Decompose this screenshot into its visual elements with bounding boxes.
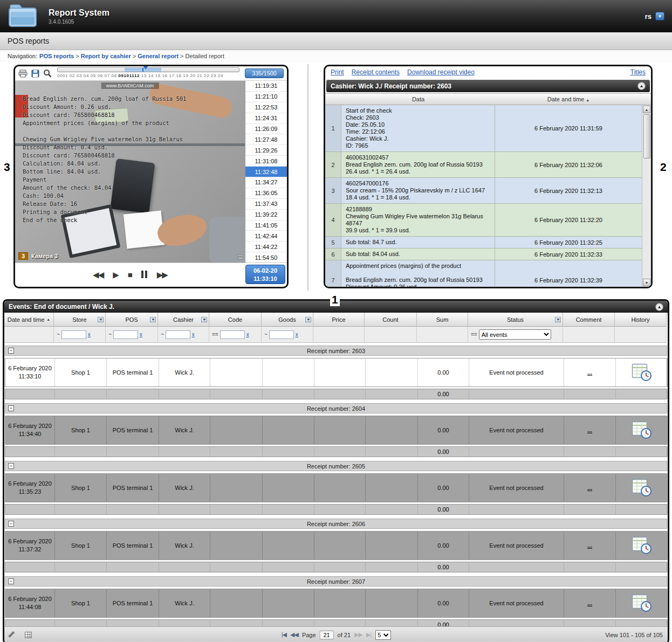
column-header-sum[interactable]: Sum xyxy=(417,313,468,327)
download-receipt-video-link[interactable]: Download receipt video xyxy=(407,68,475,76)
filter-input[interactable] xyxy=(220,330,245,339)
column-header-status[interactable]: Status xyxy=(468,313,563,327)
receipt-group-header[interactable]: −Receipt number: 2604 xyxy=(5,403,667,413)
timestamp-item[interactable]: 11:27:48 xyxy=(245,134,287,145)
page-size-select[interactable]: 5 xyxy=(375,630,390,640)
collapse-group-icon[interactable]: − xyxy=(8,521,14,527)
collapse-receipt-panel-button[interactable]: ▴ xyxy=(637,82,646,90)
comment-link[interactable]: ... xyxy=(587,599,592,608)
rewind-button[interactable]: ◀◀ xyxy=(93,271,103,279)
save-frame-icon[interactable] xyxy=(31,70,39,78)
zoom-icon[interactable] xyxy=(43,69,52,78)
filter-input[interactable] xyxy=(269,330,294,339)
collapse-group-icon[interactable]: − xyxy=(8,405,14,411)
receipt-row[interactable]: 5Sub total: 84.7 usd.6 February 2020 11:… xyxy=(325,237,651,248)
history-icon[interactable] xyxy=(632,421,652,439)
comment-link[interactable]: ... xyxy=(587,369,592,377)
receipt-row[interactable]: 6Sub total: 84.04 usd.6 February 2020 11… xyxy=(325,248,651,260)
collapse-group-icon[interactable]: − xyxy=(8,348,14,354)
timestamp-item[interactable]: 11:39:22 xyxy=(245,210,287,220)
filter-icon[interactable] xyxy=(98,317,104,322)
receipt-group-header[interactable]: −Receipt number: 2607 xyxy=(5,576,667,586)
filter-clear-link[interactable]: x xyxy=(296,332,298,337)
timeline-track[interactable] xyxy=(57,67,239,72)
filter-clear-link[interactable]: x xyxy=(88,332,91,337)
event-row[interactable]: 6 February 2020 11:37:32Shop 1POS termin… xyxy=(5,531,667,560)
column-header-store[interactable]: Store xyxy=(54,313,106,327)
event-row[interactable]: 6 February 2020 11:44:08Shop 1POS termin… xyxy=(5,589,667,618)
panel-splitter[interactable] xyxy=(307,64,308,291)
fast-forward-button[interactable]: ▶▶ xyxy=(157,271,167,279)
breadcrumb-item[interactable]: POS reports xyxy=(39,53,74,59)
scroll-up-icon[interactable]: ▲ xyxy=(643,106,650,113)
filter-clear-link[interactable]: x xyxy=(192,332,195,337)
scrollbar-thumb[interactable] xyxy=(643,114,650,158)
column-header-history[interactable]: History xyxy=(615,313,667,327)
receipt-contents-link[interactable]: Receipt contents xyxy=(352,68,400,76)
last-page-button[interactable]: ▶| xyxy=(366,631,371,638)
first-page-button[interactable]: |◀ xyxy=(282,631,286,638)
receipt-group-header[interactable]: −Receipt number: 2605 xyxy=(5,461,667,471)
filter-clear-link[interactable]: x xyxy=(246,332,249,337)
receipt-group-header[interactable]: −Receipt number: 2606 xyxy=(5,519,667,529)
filter-input[interactable] xyxy=(113,330,138,339)
history-icon[interactable] xyxy=(632,536,652,555)
edit-icon[interactable] xyxy=(9,631,16,638)
timeline-marker-icon[interactable] xyxy=(143,66,148,70)
page-number-input[interactable] xyxy=(320,631,334,639)
timestamp-item[interactable]: 11:32:48 xyxy=(245,167,287,177)
receipt-col-datetime[interactable]: Date and time ▲ xyxy=(495,96,642,102)
event-row[interactable]: 6 February 2020 11:35:23Shop 1POS termin… xyxy=(5,473,667,502)
print-frame-icon[interactable] xyxy=(18,70,28,78)
column-header-cashier[interactable]: Cashier xyxy=(158,313,209,327)
collapse-group-icon[interactable]: − xyxy=(8,578,14,584)
receipt-row[interactable]: 1Start of the checkCheck: 2603Date: 25.0… xyxy=(325,105,651,152)
history-icon[interactable] xyxy=(632,594,652,612)
receipt-row[interactable]: 442188889Chewing Gum Wrigley Five waterm… xyxy=(325,204,651,237)
filter-icon[interactable] xyxy=(555,317,561,322)
play-button[interactable]: ▶ xyxy=(113,271,118,279)
receipt-row[interactable]: 24600631002457Bread English zern. cum. 2… xyxy=(325,152,651,178)
column-header-pos[interactable]: POS xyxy=(106,313,158,327)
history-icon[interactable] xyxy=(632,363,652,382)
user-menu-button[interactable]: ▼ xyxy=(655,12,664,20)
event-row[interactable]: 6 February 2020 11:34:40Shop 1POS termin… xyxy=(5,416,667,445)
timestamp-item[interactable]: 11:37:43 xyxy=(245,199,287,210)
timestamp-item[interactable]: 11:54:50 xyxy=(245,252,287,263)
video-menu-icon[interactable]: ≡ xyxy=(238,252,243,261)
column-header-price[interactable]: Price xyxy=(313,313,365,327)
timestamp-item[interactable]: 11:29:26 xyxy=(245,145,287,156)
previous-page-button[interactable]: ◀◀ xyxy=(290,631,298,638)
video-timeline[interactable]: 0001 02 03 04 05 06 07 08 09101112 13 14… xyxy=(57,67,239,80)
timestamp-item[interactable]: 11:42:44 xyxy=(245,231,287,241)
collapse-events-panel-button[interactable]: ▴ xyxy=(655,303,663,311)
filter-input[interactable] xyxy=(166,330,190,339)
timestamp-item[interactable]: 11:41:05 xyxy=(245,220,287,231)
collapse-group-icon[interactable]: − xyxy=(8,463,14,469)
receipt-row[interactable]: 7Appointment prices (margins) of the pro… xyxy=(325,260,651,287)
event-row[interactable]: 6 February 2020 11:33:10Shop 1POS termin… xyxy=(5,358,667,387)
timestamp-item[interactable]: 11:44:22 xyxy=(245,241,287,252)
timestamp-item[interactable]: 11:22:53 xyxy=(245,102,287,113)
timestamp-item[interactable]: 11:34:27 xyxy=(245,177,287,188)
titles-link[interactable]: Titles xyxy=(630,68,646,76)
timestamp-item[interactable]: 11:24:31 xyxy=(245,113,287,124)
video-frame[interactable]: www.BANDICAM.com Bread English zern. cum… xyxy=(15,81,245,263)
comment-link[interactable]: ... xyxy=(587,542,592,550)
timestamp-item[interactable]: 11:36:05 xyxy=(245,188,287,199)
timestamp-item[interactable]: 11:19:31 xyxy=(245,81,287,92)
stop-button[interactable]: ■ xyxy=(128,271,132,279)
filter-icon[interactable] xyxy=(305,317,311,322)
filter-icon[interactable] xyxy=(201,317,207,322)
scroll-down-icon[interactable]: ▼ xyxy=(643,279,650,286)
timestamp-item[interactable]: 11:21:10 xyxy=(245,92,287,102)
timestamp-item[interactable]: 11:31:08 xyxy=(245,156,287,167)
column-header-code[interactable]: Code xyxy=(209,313,262,327)
filter-input[interactable] xyxy=(61,330,86,339)
column-header-count[interactable]: Count xyxy=(365,313,417,327)
print-link[interactable]: Print xyxy=(331,68,344,76)
receipt-row[interactable]: 34602547000176Sour cream - 15% 200g Pisk… xyxy=(325,178,651,204)
column-header-comment[interactable]: Comment xyxy=(563,313,615,327)
breadcrumb-item[interactable]: General report xyxy=(138,53,179,59)
column-header-goods[interactable]: Goods xyxy=(262,313,313,327)
